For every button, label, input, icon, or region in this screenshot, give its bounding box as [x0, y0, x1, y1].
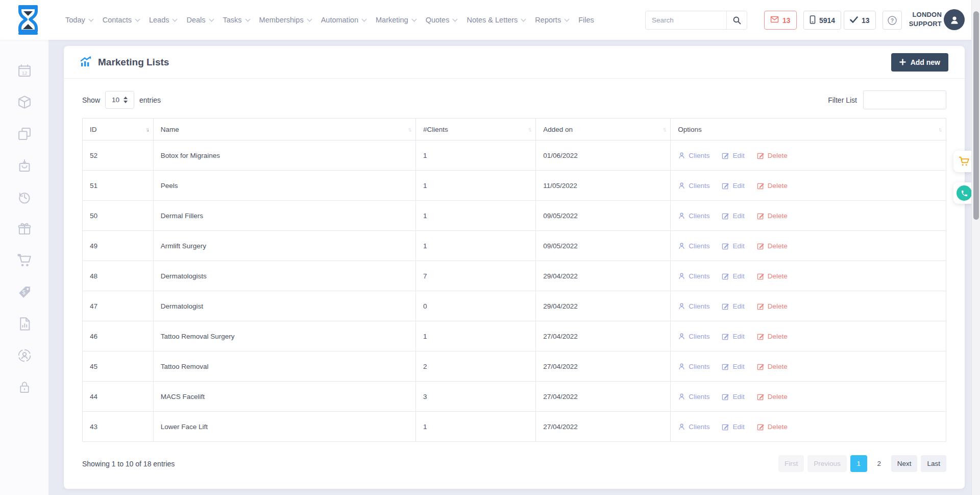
page-button-last[interactable]: Last [921, 455, 946, 472]
search-input[interactable] [646, 16, 726, 24]
person-icon [678, 302, 685, 310]
page-size-select[interactable]: 10 [105, 91, 134, 109]
nav-item-notes-letters[interactable]: Notes & Letters [467, 16, 525, 24]
delete-icon [757, 212, 765, 220]
report-icon[interactable] [17, 317, 32, 331]
delete-action-link[interactable]: Delete [757, 333, 788, 340]
delete-action-link[interactable]: Delete [757, 393, 788, 400]
package-icon[interactable] [17, 95, 32, 109]
nav-item-tasks[interactable]: Tasks [223, 16, 250, 24]
edit-action-link[interactable]: Edit [722, 423, 744, 431]
mail-badge[interactable]: 13 [764, 11, 797, 30]
filter-input[interactable] [863, 90, 946, 109]
help-button[interactable]: ? [883, 11, 902, 30]
page-scrollbar[interactable] [971, 0, 980, 495]
delete-action-link[interactable]: Delete [757, 152, 788, 159]
page-button-next[interactable]: Next [891, 455, 918, 472]
delete-action-link[interactable]: Delete [757, 363, 788, 370]
chevron-down-icon [521, 16, 526, 21]
phone-count: 5914 [819, 16, 835, 25]
add-new-button[interactable]: Add new [891, 53, 948, 72]
column-header-options[interactable]: Options ↑↓ [671, 119, 946, 140]
show-label: Show [82, 96, 100, 104]
nav-item-automation[interactable]: Automation [321, 16, 366, 24]
cart-icon[interactable] [17, 253, 32, 268]
action-label: Clients [689, 182, 709, 190]
nav-item-label: Files [578, 16, 594, 24]
table-header-row: ID ↑↓ Name ↑↓ #Clients ↑↓ Added on ↑↓ [83, 119, 946, 140]
chevron-down-icon [88, 16, 93, 21]
edit-action-link[interactable]: Edit [722, 333, 744, 340]
mail-count: 13 [782, 16, 791, 25]
tasks-badge[interactable]: 13 [844, 11, 876, 30]
page-button-1[interactable]: 1 [850, 455, 867, 472]
clients-action-link[interactable]: Clients [678, 423, 709, 431]
clients-action-link[interactable]: Clients [678, 272, 709, 280]
delete-action-link[interactable]: Delete [757, 423, 788, 431]
edit-action-link[interactable]: Edit [722, 212, 744, 220]
clients-action-link[interactable]: Clients [678, 393, 709, 400]
person-icon [678, 152, 685, 159]
delete-action-link[interactable]: Delete [757, 182, 788, 190]
lock-icon[interactable] [17, 380, 32, 394]
sort-icon: ↑↓ [528, 126, 530, 132]
page-button-previous[interactable]: Previous [807, 455, 847, 472]
delete-icon [757, 242, 765, 250]
copy-icon[interactable] [17, 127, 32, 141]
delete-action-link[interactable]: Delete [757, 302, 788, 310]
clients-action-link[interactable]: Clients [678, 212, 709, 220]
column-header-name[interactable]: Name ↑↓ [153, 119, 415, 140]
column-header-id[interactable]: ID ↑↓ [83, 119, 154, 140]
action-label: Delete [768, 152, 788, 159]
action-label: Clients [689, 272, 709, 280]
delete-action-link[interactable]: Delete [757, 212, 788, 220]
scrollbar-thumb[interactable] [973, 11, 979, 220]
nav-item-today[interactable]: Today [65, 16, 93, 24]
clients-action-link[interactable]: Clients [678, 363, 709, 370]
app-logo-hourglass-icon[interactable] [13, 4, 43, 36]
avatar[interactable] [944, 9, 965, 30]
price-tag-icon[interactable]: $ [17, 285, 32, 299]
history-icon[interactable] [17, 190, 32, 204]
nav-item-quotes[interactable]: Quotes [426, 16, 457, 24]
nav-item-leads[interactable]: Leads [149, 16, 177, 24]
edit-action-link[interactable]: Edit [722, 182, 744, 190]
delete-action-link[interactable]: Delete [757, 272, 788, 280]
nav-item-marketing[interactable]: Marketing [376, 16, 416, 24]
edit-action-link[interactable]: Edit [722, 393, 744, 400]
clients-action-link[interactable]: Clients [678, 152, 709, 159]
gift-icon[interactable] [17, 222, 32, 236]
cell-options: ClientsEditDelete [671, 382, 946, 412]
delete-icon [757, 302, 765, 310]
edit-action-link[interactable]: Edit [722, 152, 744, 159]
action-label: Clients [689, 393, 709, 400]
cell-added-on: 01/06/2022 [536, 140, 671, 171]
clients-action-link[interactable]: Clients [678, 242, 709, 250]
edit-action-link[interactable]: Edit [722, 242, 744, 250]
calendar-icon[interactable]: 12 [17, 63, 32, 78]
account-icon[interactable] [17, 348, 32, 363]
nav-item-files[interactable]: Files [578, 16, 594, 24]
cell-name: Tattoo Removal [153, 351, 415, 382]
edit-action-link[interactable]: Edit [722, 302, 744, 310]
clients-action-link[interactable]: Clients [678, 182, 709, 190]
nav-item-label: Today [65, 16, 85, 24]
column-header-added-on[interactable]: Added on ↑↓ [536, 119, 671, 140]
clients-action-link[interactable]: Clients [678, 302, 709, 310]
clients-action-link[interactable]: Clients [678, 333, 709, 340]
cell-clients: 3 [416, 382, 536, 412]
nav-item-memberships[interactable]: Memberships [259, 16, 311, 24]
edit-action-link[interactable]: Edit [722, 272, 744, 280]
column-header-clients[interactable]: #Clients ↑↓ [416, 119, 536, 140]
nav-item-reports[interactable]: Reports [535, 16, 569, 24]
shopping-bag-icon[interactable] [17, 158, 32, 173]
phone-badge[interactable]: 5914 [803, 11, 841, 30]
page-button-first[interactable]: First [778, 455, 804, 472]
search-icon[interactable] [726, 11, 747, 29]
phone-call-icon [957, 185, 972, 201]
edit-action-link[interactable]: Edit [722, 363, 744, 370]
nav-item-deals[interactable]: Deals [186, 16, 213, 24]
nav-item-contacts[interactable]: Contacts [103, 16, 139, 24]
page-button-2[interactable]: 2 [871, 455, 888, 472]
delete-action-link[interactable]: Delete [757, 242, 788, 250]
